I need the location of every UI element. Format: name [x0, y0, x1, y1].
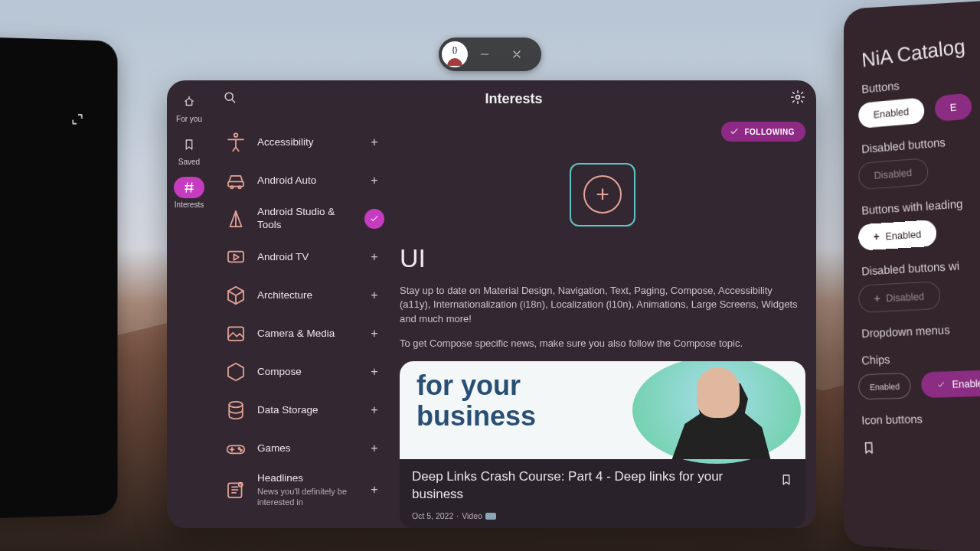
topic-name: Headlines News you'll definitely be inte…	[257, 472, 357, 507]
topic-row-accessibility[interactable]: Accessibility +	[219, 123, 387, 161]
close-button[interactable]	[501, 41, 532, 68]
topic-row-android-auto[interactable]: Android Auto +	[219, 161, 387, 200]
svg-point-5	[238, 186, 240, 188]
follow-button[interactable]: +	[364, 400, 384, 420]
following-label: FOLLOWING	[744, 128, 795, 136]
nav-label: Interests	[167, 201, 211, 209]
section-disabled-buttons: Disabled buttons	[861, 123, 980, 155]
topic-subtitle: News you'll definitely be interested in	[257, 487, 357, 508]
topic-list[interactable]: Accessibility + Android Auto + Android S…	[211, 117, 387, 528]
topic-row-compose[interactable]: Compose +	[219, 353, 387, 391]
topic-title: UI	[400, 243, 805, 273]
section-icon-buttons: Icon buttons	[861, 408, 980, 426]
topic-row-android-tv[interactable]: Android TV +	[219, 238, 387, 276]
follow-button[interactable]: +	[364, 324, 384, 344]
news-icon	[222, 476, 250, 504]
nav-item-for-you[interactable]: For you	[167, 88, 211, 128]
card-media-face	[697, 367, 740, 418]
topic-row-games[interactable]: Games +	[219, 429, 387, 468]
plus-icon: +	[874, 292, 880, 304]
svg-point-2	[234, 133, 238, 137]
nav-rail: For you Saved Interests	[167, 80, 211, 528]
card-title: Deep Links Crash Course: Part 4 - Deep l…	[412, 468, 770, 504]
top-bar: Interests	[211, 80, 816, 117]
main-content: Interests Accessibility +	[211, 80, 816, 528]
svg-point-11	[240, 449, 242, 451]
enabled-leading-button[interactable]: + Enabled	[858, 220, 937, 251]
topic-note: To get Compose specific news, make sure …	[400, 337, 805, 349]
topic-description: Stay up to date on Material Design, Navi…	[400, 284, 805, 328]
section-chips: Chips	[861, 345, 980, 367]
svg-point-1	[796, 96, 800, 99]
settings-icon[interactable]	[790, 90, 805, 108]
topic-hero-icon: +	[570, 163, 635, 227]
gamepad-icon	[222, 435, 250, 462]
minimize-button[interactable]	[469, 41, 500, 68]
plus-circle-icon: +	[583, 175, 622, 214]
video-badge-icon	[485, 513, 496, 520]
hexagon-icon	[222, 358, 250, 386]
follow-button[interactable]: +	[364, 439, 384, 458]
follow-button[interactable]: +	[364, 132, 384, 152]
follow-button[interactable]: +	[364, 480, 384, 500]
topic-name: Architecture	[257, 289, 357, 302]
svg-point-10	[238, 448, 240, 449]
svg-point-4	[230, 186, 233, 188]
svg-rect-6	[228, 252, 243, 262]
topic-name: Accessibility	[257, 136, 357, 149]
side-window-left	[0, 37, 117, 519]
enabled-button[interactable]: Enabled	[858, 97, 925, 129]
enabled-button-alt[interactable]: E	[934, 93, 973, 122]
chip-following[interactable]: Enable	[921, 370, 980, 398]
topic-name: Android Studio & Tools	[257, 206, 357, 232]
nav-item-saved[interactable]: Saved	[167, 131, 211, 171]
search-icon[interactable]	[222, 90, 237, 108]
card-media: for your business	[400, 361, 805, 459]
topic-detail: FOLLOWING + UI Stay up to date on Materi…	[387, 117, 816, 528]
follow-button[interactable]: +	[364, 285, 384, 305]
page-title: Interests	[485, 91, 542, 107]
section-buttons-leading: Buttons with leading	[861, 187, 980, 217]
topic-row-architecture[interactable]: Architecture +	[219, 276, 387, 315]
follow-button[interactable]: +	[364, 362, 384, 382]
topic-name: Games	[257, 442, 357, 455]
svg-rect-3	[228, 181, 243, 186]
expand-icon[interactable]	[70, 112, 83, 129]
topic-row-camera-media[interactable]: Camera & Media +	[219, 315, 387, 353]
topic-row-android-studio[interactable]: Android Studio & Tools	[219, 200, 387, 238]
nav-label: For you	[167, 115, 211, 123]
icon-button-bookmark[interactable]	[861, 436, 980, 459]
app-avatar-icon	[442, 41, 468, 67]
hash-icon	[174, 177, 204, 198]
svg-point-13	[239, 483, 243, 487]
database-icon	[222, 396, 250, 424]
content-card[interactable]: for your business Deep Links Crash Cours…	[400, 361, 805, 528]
side-window-catalog: NiA Catalog Buttons Enabled E Disabled b…	[844, 0, 980, 551]
accessibility-icon	[222, 129, 250, 156]
compass-icon	[222, 205, 250, 233]
disabled-button: Disabled	[858, 158, 929, 190]
chip-enabled[interactable]: Enabled	[858, 373, 912, 399]
topic-name: Android TV	[257, 251, 357, 264]
topic-row-headlines[interactable]: Headlines News you'll definitely be inte…	[219, 468, 387, 512]
content-split: Accessibility + Android Auto + Android S…	[211, 117, 816, 528]
nav-item-interests[interactable]: Interests	[167, 174, 211, 214]
tv-icon	[222, 243, 250, 271]
following-button[interactable]	[364, 209, 384, 229]
follow-button[interactable]: +	[364, 247, 384, 267]
topic-name: Camera & Media	[257, 328, 357, 341]
disabled-leading-button: + Disabled	[858, 281, 940, 313]
follow-button[interactable]: +	[364, 171, 384, 191]
section-dropdowns: Dropdown menus	[861, 317, 980, 340]
topic-name: Data Storage	[257, 404, 357, 417]
plus-icon: +	[873, 230, 880, 243]
topic-name: Compose	[257, 366, 357, 379]
following-chip[interactable]: FOLLOWING	[721, 122, 805, 142]
bookmark-button[interactable]	[779, 468, 793, 520]
topic-row-data-storage[interactable]: Data Storage +	[219, 391, 387, 429]
svg-point-8	[229, 402, 243, 408]
nav-label: Saved	[167, 158, 211, 166]
card-meta: Oct 5, 2022 · Video	[412, 511, 770, 520]
car-icon	[222, 167, 250, 194]
bookmark-icon	[174, 134, 204, 155]
